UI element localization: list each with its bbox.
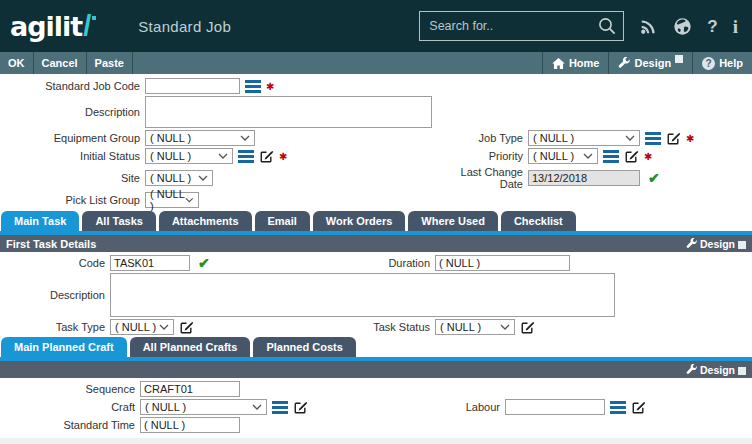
sequence-label: Sequence [0,383,140,395]
design-state-square [738,367,746,375]
description-row: Description [0,96,752,128]
design-state-square [738,241,746,249]
edit-icon[interactable] [624,149,639,164]
info-icon[interactable]: i [733,17,738,36]
task-description-textarea[interactable] [110,273,615,317]
section-design-button[interactable]: Design [686,238,746,250]
site-value: ( NULL ) [150,172,191,184]
chevron-down-icon [240,135,250,141]
equipment-jobtype-row: Equipment Group ( NULL ) Job Type ( NULL… [0,130,752,146]
last-change-date-label: Last Change Date [440,166,528,190]
design-button[interactable]: Design [608,52,692,74]
lookup-list-icon[interactable] [238,150,254,163]
craft-labour-row: Craft ( NULL ) Labour [0,399,752,415]
tab-main-task[interactable]: Main Task [1,211,79,231]
header-icon-group: ? i [640,17,738,36]
agility-logo[interactable]: agilit/ [10,10,96,43]
logo-slash: / [83,10,91,42]
priority-select[interactable]: ( NULL ) [528,148,598,164]
task-status-value: ( NULL ) [440,321,481,333]
edit-icon[interactable] [520,320,535,335]
pick-list-group-select[interactable]: ( NULL ) [145,192,199,208]
duration-input[interactable] [435,255,570,271]
pick-list-group-value: ( NULL ) [150,188,185,212]
labour-input[interactable] [505,399,605,415]
logo-text: agilit [10,11,82,42]
description-label: Description [0,106,145,118]
edit-icon[interactable] [179,320,194,335]
logo-dot [92,16,96,20]
app-header: agilit/ Standard Job ? i [0,0,752,52]
task-type-select[interactable]: ( NULL ) [110,319,174,335]
form-area: Standard Job Code ✱ Description Equipmen… [0,74,752,444]
valid-check-icon: ✔ [648,170,660,186]
tab-main-planned-craft[interactable]: Main Planned Craft [1,337,127,357]
chevron-down-icon [198,175,208,181]
chevron-down-icon [185,197,194,203]
lookup-list-icon[interactable] [603,150,619,163]
question-icon[interactable]: ? [707,18,717,35]
code-label: Code [0,257,110,269]
section-design-button[interactable]: Design [686,364,746,376]
search-icon[interactable] [597,16,617,36]
chevron-down-icon [252,404,262,410]
chevron-down-icon [218,153,228,159]
pick-list-group-row: Pick List Group ( NULL ) [0,192,752,208]
standard-job-code-input[interactable] [145,78,240,94]
standard-time-label: Standard Time [0,419,140,431]
edit-icon[interactable] [631,400,646,415]
duration-label: Duration [370,257,435,269]
edit-icon[interactable] [666,131,681,146]
standard-time-input[interactable] [140,417,240,433]
paste-button[interactable]: Paste [87,52,133,74]
initial-status-label: Initial Status [0,150,145,162]
lookup-list-icon[interactable] [272,401,288,414]
tab-work-orders[interactable]: Work Orders [313,211,405,231]
lookup-list-icon[interactable] [245,80,261,93]
help-button[interactable]: ? Help [692,52,752,74]
toolbar-right-group: Home Design ? Help [542,52,752,74]
search-input[interactable] [420,19,597,33]
initial-status-select[interactable]: ( NULL ) [145,148,233,164]
priority-label: Priority [440,150,528,162]
help-circle-icon: ? [702,57,715,70]
cancel-button[interactable]: Cancel [34,52,87,74]
chevron-down-icon [583,153,593,159]
edit-icon[interactable] [259,149,274,164]
ok-button[interactable]: OK [0,52,34,74]
rss-icon[interactable] [640,17,658,35]
tab-where-used[interactable]: Where Used [408,211,498,231]
sequence-input[interactable] [140,381,240,397]
equipment-group-select[interactable]: ( NULL ) [145,130,255,146]
description-textarea[interactable] [145,96,432,128]
task-status-select[interactable]: ( NULL ) [435,319,515,335]
lookup-list-icon[interactable] [645,132,661,145]
craft-select[interactable]: ( NULL ) [140,399,267,415]
site-label: Site [0,172,145,184]
tab-all-planned-crafts[interactable]: All Planned Crafts [130,337,251,357]
help-label: Help [719,57,743,69]
tab-checklist[interactable]: Checklist [501,211,576,231]
task-description-row: Description [0,273,752,317]
site-lastchange-row: Site ( NULL ) Last Change Date ✔ [0,166,752,190]
tab-email[interactable]: Email [255,211,310,231]
site-select[interactable]: ( NULL ) [145,170,213,186]
standard-job-code-label: Standard Job Code [0,80,145,92]
edit-icon[interactable] [293,400,308,415]
code-input[interactable] [110,255,190,271]
tab-attachments[interactable]: Attachments [159,211,252,231]
globe-icon[interactable] [673,17,692,36]
tab-all-tasks[interactable]: All Tasks [82,211,156,231]
required-marker: ✱ [644,151,652,162]
lookup-list-icon[interactable] [610,401,626,414]
standard-job-page: agilit/ Standard Job ? i [0,0,752,444]
job-type-select[interactable]: ( NULL ) [528,130,640,146]
design-label: Design [634,57,671,69]
tab-planned-costs[interactable]: Planned Costs [253,337,355,357]
task-tab-bar: Main Task All Tasks Attachments Email Wo… [0,211,752,231]
labour-label: Labour [440,401,505,413]
home-button[interactable]: Home [542,52,609,74]
design-label: Design [700,238,735,250]
equipment-group-value: ( NULL ) [150,132,191,144]
craft-section-bar: Design [0,361,752,378]
